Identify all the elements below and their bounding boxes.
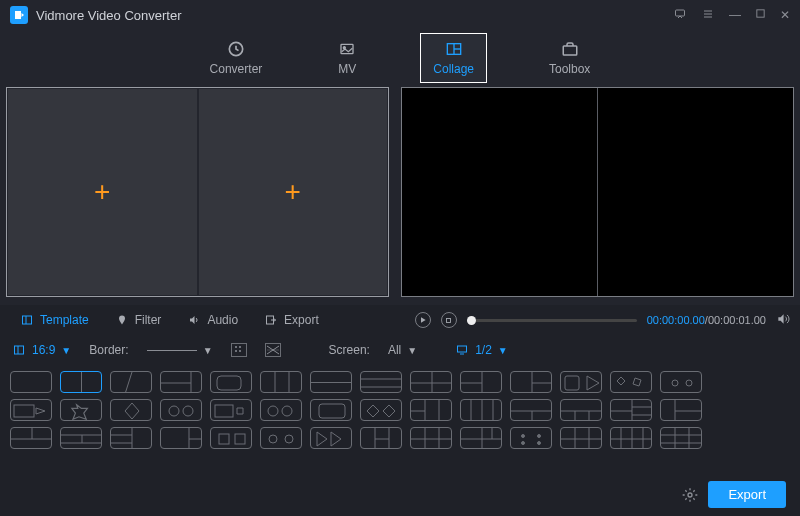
- template-item[interactable]: [10, 427, 52, 449]
- menu-icon[interactable]: [701, 8, 715, 23]
- template-item[interactable]: [10, 371, 52, 393]
- template-item[interactable]: [60, 399, 102, 421]
- nav-toolbox-label: Toolbox: [549, 62, 590, 76]
- template-item[interactable]: [660, 427, 702, 449]
- settings-icon[interactable]: [682, 487, 698, 503]
- tab-bar: Template Filter Audio Export 00:00:00.00…: [0, 305, 800, 335]
- template-item[interactable]: [610, 371, 652, 393]
- template-item[interactable]: [460, 399, 502, 421]
- feedback-icon[interactable]: [673, 8, 687, 23]
- screen-label: Screen:: [329, 343, 370, 357]
- border-style-picker[interactable]: [265, 343, 281, 357]
- tab-filter-label: Filter: [135, 313, 162, 327]
- template-item[interactable]: [310, 371, 352, 393]
- template-item[interactable]: [310, 399, 352, 421]
- preview-pane: [395, 85, 800, 305]
- template-item[interactable]: [560, 371, 602, 393]
- volume-icon[interactable]: [776, 312, 790, 328]
- collage-icon: [443, 40, 465, 58]
- svg-marker-47: [125, 403, 139, 419]
- preview-canvas: [401, 87, 794, 297]
- svg-point-21: [239, 350, 241, 352]
- page-select[interactable]: 1/2 ▼: [455, 343, 508, 357]
- template-item[interactable]: [160, 371, 202, 393]
- template-item[interactable]: [560, 427, 602, 449]
- tab-template[interactable]: Template: [10, 309, 99, 331]
- svg-marker-42: [587, 376, 599, 390]
- svg-point-98: [522, 442, 525, 445]
- template-item[interactable]: [60, 427, 102, 449]
- svg-marker-46: [72, 405, 88, 419]
- template-item[interactable]: [310, 427, 352, 449]
- template-item[interactable]: [360, 371, 402, 393]
- svg-marker-43: [617, 377, 625, 385]
- template-item[interactable]: [110, 427, 152, 449]
- svg-point-83: [269, 435, 277, 443]
- nav-collage[interactable]: Collage: [420, 33, 487, 83]
- template-item[interactable]: [410, 371, 452, 393]
- template-item[interactable]: [210, 371, 252, 393]
- template-item[interactable]: [10, 399, 52, 421]
- template-item[interactable]: [510, 371, 552, 393]
- nav-converter[interactable]: Converter: [198, 34, 275, 82]
- stop-button[interactable]: [441, 312, 457, 328]
- template-item[interactable]: [610, 399, 652, 421]
- template-item[interactable]: [160, 399, 202, 421]
- template-item[interactable]: [510, 427, 552, 449]
- nav-toolbox[interactable]: Toolbox: [537, 34, 602, 82]
- template-item[interactable]: [260, 399, 302, 421]
- footer: Export: [682, 481, 786, 508]
- svg-rect-4: [757, 9, 764, 16]
- svg-rect-0: [676, 10, 685, 16]
- maximize-icon[interactable]: [755, 8, 766, 23]
- aspect-ratio-value: 16:9: [32, 343, 55, 357]
- minimize-icon[interactable]: —: [729, 8, 741, 23]
- template-item[interactable]: [210, 399, 252, 421]
- mv-icon: [336, 40, 358, 58]
- template-item[interactable]: [160, 427, 202, 449]
- template-item[interactable]: [660, 399, 702, 421]
- template-item[interactable]: [660, 371, 702, 393]
- preview-cell-1: [402, 88, 598, 296]
- template-item[interactable]: [510, 399, 552, 421]
- tab-audio[interactable]: Audio: [177, 309, 248, 331]
- collage-cell-1[interactable]: +: [8, 89, 197, 295]
- tab-export[interactable]: Export: [254, 309, 329, 331]
- page-value: 1/2: [475, 343, 492, 357]
- template-item[interactable]: [460, 371, 502, 393]
- collage-dropzone: + +: [6, 87, 389, 297]
- template-item[interactable]: [460, 427, 502, 449]
- template-item[interactable]: [110, 399, 152, 421]
- audio-icon: [187, 314, 201, 326]
- template-item[interactable]: [360, 427, 402, 449]
- template-item[interactable]: [610, 427, 652, 449]
- svg-rect-82: [235, 434, 245, 444]
- template-item[interactable]: [260, 427, 302, 449]
- screen-select[interactable]: All▼: [388, 343, 417, 357]
- svg-point-96: [522, 435, 525, 438]
- collage-cell-2[interactable]: +: [199, 89, 388, 295]
- tab-audio-label: Audio: [207, 313, 238, 327]
- template-item[interactable]: [210, 427, 252, 449]
- template-item[interactable]: [60, 371, 102, 393]
- template-item[interactable]: [560, 399, 602, 421]
- template-item[interactable]: [410, 427, 452, 449]
- export-button[interactable]: Export: [708, 481, 786, 508]
- play-button[interactable]: [415, 312, 431, 328]
- tab-filter[interactable]: Filter: [105, 309, 172, 331]
- border-width-select[interactable]: ▼: [147, 345, 213, 356]
- template-item[interactable]: [110, 371, 152, 393]
- svg-marker-45: [36, 408, 45, 414]
- template-item[interactable]: [260, 371, 302, 393]
- template-icon: [20, 314, 34, 326]
- template-grid: [0, 365, 800, 455]
- border-color-picker[interactable]: [231, 343, 247, 357]
- seek-slider[interactable]: [467, 319, 637, 322]
- template-item[interactable]: [360, 399, 402, 421]
- nav-mv[interactable]: MV: [324, 34, 370, 82]
- layout-icon: [12, 344, 26, 356]
- aspect-ratio-select[interactable]: 16:9 ▼: [12, 343, 71, 357]
- template-item[interactable]: [410, 399, 452, 421]
- close-icon[interactable]: ✕: [780, 8, 790, 23]
- time-total: 00:00:01.00: [708, 314, 766, 326]
